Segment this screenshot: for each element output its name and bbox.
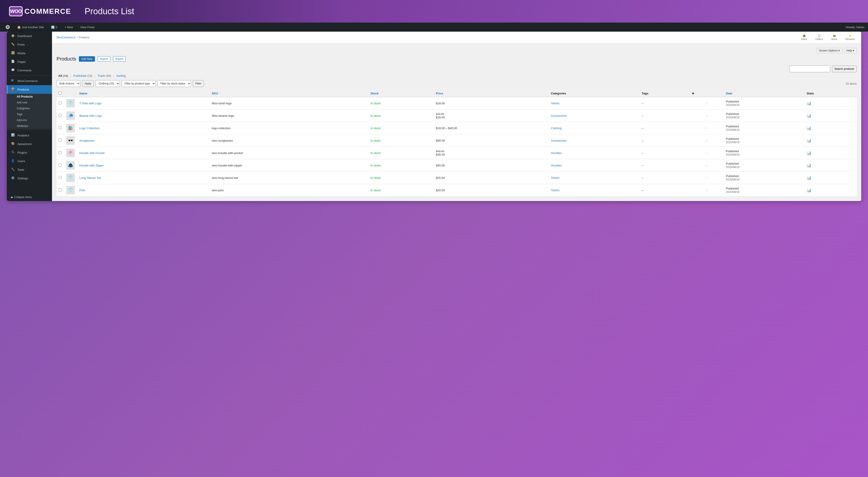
row-checkbox-6[interactable] (59, 176, 62, 179)
new-btn[interactable]: + New (63, 25, 75, 30)
sidebar-item-tools[interactable]: 🔧 Tools (7, 165, 52, 174)
row-checkbox-5[interactable] (59, 164, 62, 166)
site-name-btn[interactable]: 🏠 Just Another Site (16, 25, 46, 30)
stats-icon[interactable]: 📊 (807, 151, 811, 155)
category-link[interactable]: Tshirts (551, 189, 559, 192)
product-name-link[interactable]: T-Shirt with Logo (79, 102, 101, 105)
search-products-button[interactable]: Search products (832, 66, 857, 72)
product-name-link[interactable]: Polo (79, 189, 85, 192)
star-icon[interactable]: ☆ (705, 164, 708, 167)
product-name-link[interactable]: Hoodie with Zipper (79, 164, 104, 167)
category-link[interactable]: Hoodies (551, 151, 562, 155)
row-checkbox-0[interactable] (59, 101, 62, 104)
tab-published[interactable]: Published (19) (72, 74, 94, 77)
tab-trash[interactable]: Trash (60) (96, 74, 113, 77)
star-icon[interactable]: ☆ (705, 114, 708, 118)
row-date-cell: Published 2020/08/18 (723, 172, 804, 184)
product-name-link[interactable]: Logo Collection (79, 127, 100, 130)
category-link[interactable]: Tshirts (551, 102, 559, 105)
stats-icon[interactable]: 📊 (807, 101, 811, 105)
category-link[interactable]: Hoodies (551, 164, 562, 167)
th-sku[interactable]: SKU (210, 90, 368, 97)
toolbar-reviews-btn[interactable]: ⭐ Reviews (844, 33, 857, 41)
product-name-link[interactable]: Hoodie with Pocket (79, 151, 104, 155)
sidebar-item-users[interactable]: 👤 Users (7, 157, 52, 165)
star-icon[interactable]: ☆ (705, 151, 708, 155)
sidebar-item-pages[interactable]: 📄 Pages (7, 57, 52, 66)
filter-button[interactable]: Filter (193, 80, 204, 87)
product-image: 🛍️ (66, 124, 75, 132)
category-link[interactable]: Accessories (551, 114, 567, 117)
row-checkbox-1[interactable] (59, 114, 62, 117)
submenu-categories[interactable]: Categories (7, 105, 52, 111)
submenu-addons[interactable]: Add-ons (7, 117, 52, 123)
product-name-link[interactable]: Beanie with Logo (79, 114, 102, 117)
th-name[interactable]: Name (77, 90, 210, 97)
category-link[interactable]: Clothing (551, 127, 562, 130)
star-icon[interactable]: ☆ (705, 126, 708, 130)
row-checkbox-7[interactable] (59, 189, 62, 191)
sidebar-item-media[interactable]: 🖼️ Media (7, 49, 52, 57)
row-checkbox-2[interactable] (59, 126, 62, 129)
category-link[interactable]: Accessories (551, 139, 567, 142)
stats-icon[interactable]: 📊 (807, 114, 811, 118)
th-date[interactable]: Date (723, 90, 804, 97)
sidebar-item-woocommerce[interactable]: W WooCommerce (7, 76, 52, 85)
row-date-cell: Published 2020/08/18 (723, 122, 804, 134)
add-new-button[interactable]: Add New (79, 56, 95, 62)
sidebar-item-posts[interactable]: ✏️ Posts (7, 40, 52, 49)
star-icon[interactable]: ☆ (705, 101, 708, 105)
help-btn[interactable]: Help ▾ (844, 48, 857, 53)
import-button[interactable]: Import (98, 56, 110, 62)
filter-bar: Bulk Actions Apply Clothing (15) Filter … (57, 80, 857, 87)
submenu-all-products[interactable]: All Products (7, 94, 52, 100)
stock-icon: 📦 (833, 34, 836, 37)
th-price[interactable]: Price (434, 90, 549, 97)
row-checkbox-3[interactable] (59, 139, 62, 142)
sidebar-item-settings[interactable]: ⚙️ Settings (7, 174, 52, 182)
tab-sorting[interactable]: Sorting (115, 74, 127, 77)
sidebar-item-dashboard[interactable]: 🏠 Dashboard (7, 32, 52, 40)
stats-icon[interactable]: 📊 (807, 189, 811, 192)
wp-icon-btn[interactable]: W (4, 24, 12, 30)
submenu-attributes[interactable]: Attributes (7, 123, 52, 129)
apply-button[interactable]: Apply (82, 80, 94, 87)
screen-options-btn[interactable]: Screen Options ▾ (816, 48, 842, 53)
product-type-filter-select[interactable]: Filter by product type (122, 80, 156, 87)
table-row: 🛍️ Logo Collection logo-collection In st… (57, 122, 857, 134)
th-stock[interactable]: Stock (368, 90, 434, 97)
toolbar-orders-btn[interactable]: 📋 Orders (813, 33, 825, 41)
stats-icon[interactable]: 📊 (807, 126, 811, 130)
stock-status-filter-select[interactable]: Filter by stock status (158, 80, 191, 87)
submenu-add-new[interactable]: Add new (7, 100, 52, 105)
search-input[interactable] (789, 66, 830, 72)
view-posts-btn[interactable]: View Posts (79, 25, 96, 30)
sidebar-item-plugins[interactable]: 🔌 Plugins (7, 148, 52, 157)
submenu-tags[interactable]: Tags (7, 111, 52, 117)
bulk-actions-select[interactable]: Bulk Actions (57, 80, 80, 87)
updates-btn[interactable]: 🔄 0 (49, 25, 59, 30)
category-link[interactable]: Tshirts (551, 176, 559, 179)
sidebar-item-products[interactable]: 📦 Products (7, 85, 52, 94)
collapse-menu-btn[interactable]: ◀ Colapse menu (7, 193, 52, 201)
stats-icon[interactable]: 📊 (807, 164, 811, 167)
toolbar-stock-btn[interactable]: 📦 Stock (829, 33, 839, 41)
stats-icon[interactable]: 📊 (807, 176, 811, 180)
select-all-checkbox[interactable] (59, 92, 62, 94)
sidebar-item-comments[interactable]: 💬 Comments (7, 66, 52, 74)
sidebar-label-woocommerce: WooCommerce (18, 79, 38, 83)
product-name-link[interactable]: Sunglasses (79, 139, 94, 142)
product-name-link[interactable]: Long Sleeve Tee (79, 176, 101, 179)
star-icon[interactable]: ☆ (705, 176, 708, 180)
row-checkbox-4[interactable] (59, 151, 62, 154)
export-button[interactable]: Export (113, 56, 126, 62)
sidebar-item-analytics[interactable]: 📊 Analytics (7, 131, 52, 140)
star-icon[interactable]: ☆ (705, 139, 708, 142)
tab-all[interactable]: All (19) (57, 74, 70, 77)
toolbar-inbox-btn[interactable]: 📥 Inbox (799, 33, 809, 41)
stats-icon[interactable]: 📊 (807, 139, 811, 142)
clothing-filter-select[interactable]: Clothing (15) (96, 80, 120, 87)
sidebar-item-appearance[interactable]: 🎨 Apearence (7, 140, 52, 148)
breadcrumb-woocommerce[interactable]: WooCommerce (57, 36, 75, 39)
star-icon[interactable]: ☆ (705, 189, 708, 192)
